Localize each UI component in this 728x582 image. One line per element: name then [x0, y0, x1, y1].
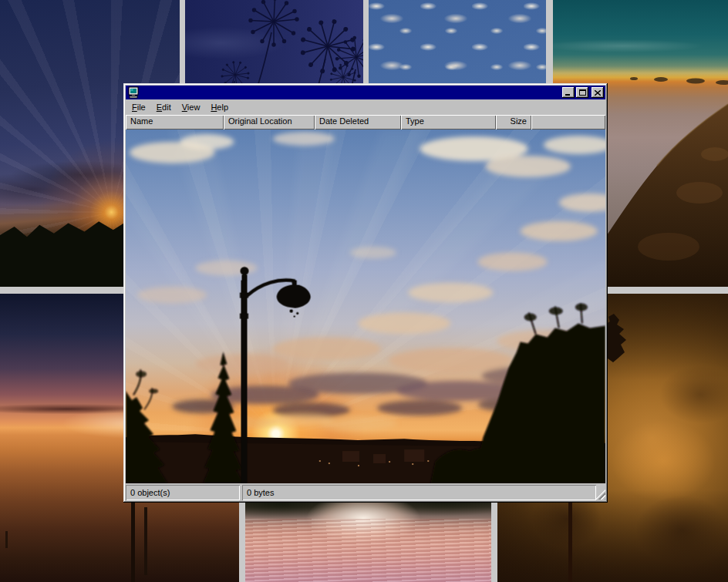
computer-window-icon[interactable]	[127, 86, 140, 99]
column-header-name[interactable]: Name	[126, 115, 224, 130]
lake-pole	[131, 503, 135, 582]
status-bar: 0 object(s) 0 bytes	[126, 485, 605, 500]
lake-pole	[5, 531, 8, 548]
recycle-bin-window: File Edit View Help Name Original Locati…	[123, 83, 608, 503]
menu-bar: File Edit View Help	[126, 99, 605, 115]
column-header-row: Name Original Location Date Deleted Type…	[126, 115, 605, 130]
desktop-collage: File Edit View Help Name Original Locati…	[0, 0, 728, 582]
maximize-button[interactable]	[576, 87, 588, 98]
water-ripples	[245, 519, 491, 582]
status-byte-count: 0 bytes	[242, 485, 596, 500]
thin-pole	[568, 493, 572, 582]
minimize-icon	[565, 90, 571, 96]
close-icon	[595, 90, 601, 96]
title-bar[interactable]	[126, 86, 605, 99]
menu-item-file[interactable]: File	[126, 101, 151, 113]
maximize-icon	[579, 89, 586, 96]
column-header-filler	[531, 115, 605, 130]
menu-item-view[interactable]: View	[177, 101, 206, 113]
resize-grip[interactable]	[595, 489, 605, 500]
sunset-lamp-photo	[126, 130, 605, 483]
menu-item-help[interactable]: Help	[205, 101, 234, 113]
left-bush-silhouette	[126, 369, 167, 483]
close-button[interactable]	[592, 87, 604, 98]
status-object-count: 0 object(s)	[126, 485, 240, 500]
window-controls	[562, 87, 604, 98]
column-header-original-location[interactable]: Original Location	[224, 115, 315, 130]
column-header-size[interactable]: Size	[496, 115, 531, 130]
column-header-date-deleted[interactable]: Date Deleted	[315, 115, 401, 130]
photo-silhouettes	[126, 130, 605, 483]
menu-item-edit[interactable]: Edit	[151, 101, 177, 113]
column-header-type[interactable]: Type	[401, 115, 496, 130]
file-list-viewport[interactable]	[126, 130, 605, 483]
lake-pole	[144, 507, 147, 575]
minimize-button[interactable]	[562, 87, 575, 98]
